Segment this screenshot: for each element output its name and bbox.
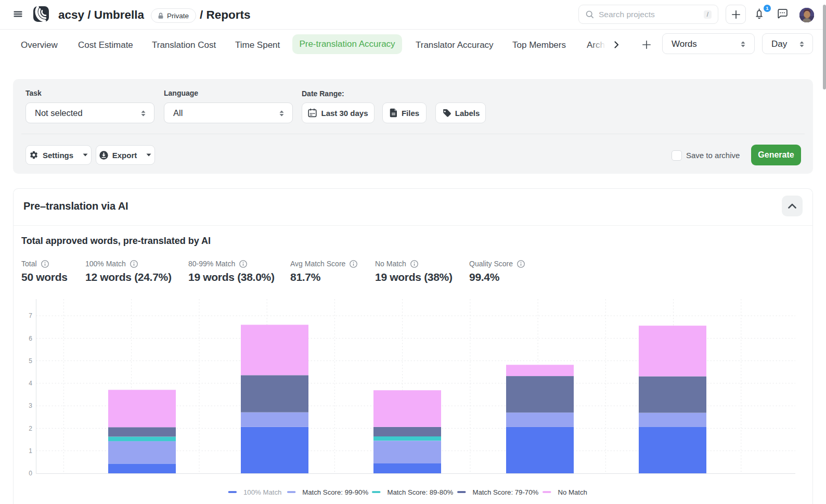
svg-text:6: 6 bbox=[29, 335, 32, 342]
svg-text:0: 0 bbox=[29, 470, 32, 477]
svg-text:Match Score: 89-80%: Match Score: 89-80% bbox=[387, 488, 453, 496]
svg-text:Match Score: 99-90%: Match Score: 99-90% bbox=[302, 488, 368, 496]
svg-text:7: 7 bbox=[29, 312, 32, 319]
svg-text:Match Score: 79-70%: Match Score: 79-70% bbox=[472, 488, 538, 496]
svg-text:4: 4 bbox=[29, 380, 32, 387]
svg-text:No Match: No Match bbox=[558, 488, 587, 496]
svg-text:5: 5 bbox=[29, 357, 32, 365]
svg-text:2: 2 bbox=[29, 425, 32, 432]
svg-text:100% Match: 100% Match bbox=[243, 488, 281, 496]
svg-text:1: 1 bbox=[29, 447, 32, 455]
svg-text:3: 3 bbox=[29, 402, 32, 409]
